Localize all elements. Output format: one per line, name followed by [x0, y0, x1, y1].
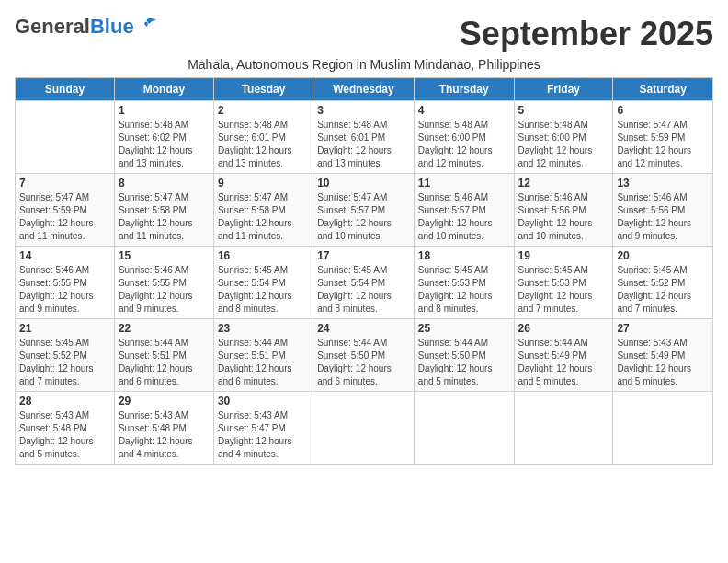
day-info: Sunrise: 5:45 AMSunset: 5:53 PMDaylight:… [518, 264, 609, 316]
day-info: Sunrise: 5:46 AMSunset: 5:56 PMDaylight:… [518, 191, 609, 243]
calendar-cell [16, 101, 115, 174]
day-info: Sunrise: 5:44 AMSunset: 5:51 PMDaylight:… [218, 337, 309, 388]
day-number: 26 [518, 322, 609, 335]
day-info: Sunrise: 5:47 AMSunset: 5:58 PMDaylight:… [119, 191, 210, 243]
calendar-cell: 29Sunrise: 5:43 AMSunset: 5:48 PMDayligh… [114, 392, 213, 465]
calendar-cell: 30Sunrise: 5:43 AMSunset: 5:47 PMDayligh… [213, 392, 313, 465]
day-info: Sunrise: 5:48 AMSunset: 6:01 PMDaylight:… [317, 119, 410, 170]
day-info: Sunrise: 5:48 AMSunset: 6:01 PMDaylight:… [218, 119, 309, 170]
day-number: 13 [617, 177, 709, 190]
day-info: Sunrise: 5:43 AMSunset: 5:49 PMDaylight:… [617, 337, 709, 388]
day-info: Sunrise: 5:48 AMSunset: 6:02 PMDaylight:… [119, 119, 210, 170]
calendar-body: 1Sunrise: 5:48 AMSunset: 6:02 PMDaylight… [16, 101, 713, 465]
calendar-cell: 5Sunrise: 5:48 AMSunset: 6:00 PMDaylight… [514, 101, 613, 174]
day-number: 22 [119, 322, 210, 335]
calendar-cell: 18Sunrise: 5:45 AMSunset: 5:53 PMDayligh… [414, 247, 514, 319]
calendar-cell: 6Sunrise: 5:47 AMSunset: 5:59 PMDaylight… [613, 101, 713, 174]
day-number: 1 [119, 104, 210, 117]
calendar-week-row: 21Sunrise: 5:45 AMSunset: 5:52 PMDayligh… [16, 319, 713, 392]
day-number: 7 [19, 177, 110, 190]
day-info: Sunrise: 5:45 AMSunset: 5:54 PMDaylight:… [317, 264, 410, 316]
day-number: 25 [418, 322, 510, 335]
day-info: Sunrise: 5:47 AMSunset: 5:57 PMDaylight:… [317, 191, 410, 243]
day-info: Sunrise: 5:45 AMSunset: 5:53 PMDaylight:… [418, 264, 510, 316]
day-number: 24 [317, 322, 410, 335]
day-info: Sunrise: 5:44 AMSunset: 5:50 PMDaylight:… [418, 337, 510, 388]
day-number: 30 [218, 395, 309, 408]
day-number: 14 [19, 249, 110, 262]
day-info: Sunrise: 5:47 AMSunset: 5:59 PMDaylight:… [617, 119, 709, 170]
day-of-week-header: Saturday [613, 78, 713, 101]
logo: GeneralBlue [15, 15, 156, 39]
day-info: Sunrise: 5:46 AMSunset: 5:55 PMDaylight:… [19, 264, 110, 316]
calendar-cell: 24Sunrise: 5:44 AMSunset: 5:50 PMDayligh… [313, 319, 415, 392]
day-number: 28 [19, 395, 110, 408]
day-number: 18 [418, 249, 510, 262]
day-info: Sunrise: 5:45 AMSunset: 5:54 PMDaylight:… [218, 264, 309, 316]
calendar-cell: 1Sunrise: 5:48 AMSunset: 6:02 PMDaylight… [114, 101, 213, 174]
day-number: 9 [218, 177, 309, 190]
day-info: Sunrise: 5:44 AMSunset: 5:51 PMDaylight:… [119, 337, 210, 388]
calendar-cell [613, 392, 713, 465]
day-info: Sunrise: 5:47 AMSunset: 5:58 PMDaylight:… [218, 191, 309, 243]
day-info: Sunrise: 5:45 AMSunset: 5:52 PMDaylight:… [617, 264, 709, 316]
calendar-cell: 2Sunrise: 5:48 AMSunset: 6:01 PMDaylight… [213, 101, 313, 174]
calendar-cell: 19Sunrise: 5:45 AMSunset: 5:53 PMDayligh… [514, 247, 613, 319]
day-number: 12 [518, 177, 609, 190]
calendar-cell: 20Sunrise: 5:45 AMSunset: 5:52 PMDayligh… [613, 247, 713, 319]
day-info: Sunrise: 5:48 AMSunset: 6:00 PMDaylight:… [518, 119, 609, 170]
calendar-cell: 22Sunrise: 5:44 AMSunset: 5:51 PMDayligh… [114, 319, 213, 392]
calendar-week-row: 7Sunrise: 5:47 AMSunset: 5:59 PMDaylight… [16, 174, 713, 247]
calendar-cell [514, 392, 613, 465]
day-info: Sunrise: 5:44 AMSunset: 5:49 PMDaylight:… [518, 337, 609, 388]
day-number: 19 [518, 249, 609, 262]
day-number: 10 [317, 177, 410, 190]
calendar-cell: 4Sunrise: 5:48 AMSunset: 6:00 PMDaylight… [414, 101, 514, 174]
day-info: Sunrise: 5:46 AMSunset: 5:55 PMDaylight:… [119, 264, 210, 316]
calendar-cell: 14Sunrise: 5:46 AMSunset: 5:55 PMDayligh… [16, 247, 115, 319]
calendar-table: SundayMondayTuesdayWednesdayThursdayFrid… [15, 77, 713, 465]
calendar-week-row: 28Sunrise: 5:43 AMSunset: 5:48 PMDayligh… [16, 392, 713, 465]
calendar-cell: 3Sunrise: 5:48 AMSunset: 6:01 PMDaylight… [313, 101, 415, 174]
day-number: 23 [218, 322, 309, 335]
day-number: 29 [119, 395, 210, 408]
calendar-cell: 9Sunrise: 5:47 AMSunset: 5:58 PMDaylight… [213, 174, 313, 247]
day-info: Sunrise: 5:43 AMSunset: 5:48 PMDaylight:… [119, 409, 210, 461]
calendar-cell: 8Sunrise: 5:47 AMSunset: 5:58 PMDaylight… [114, 174, 213, 247]
calendar-week-row: 1Sunrise: 5:48 AMSunset: 6:02 PMDaylight… [16, 101, 713, 174]
day-number: 27 [617, 322, 709, 335]
calendar-cell: 26Sunrise: 5:44 AMSunset: 5:49 PMDayligh… [514, 319, 613, 392]
day-of-week-header: Thursday [414, 78, 514, 101]
day-info: Sunrise: 5:46 AMSunset: 5:57 PMDaylight:… [418, 191, 510, 243]
day-info: Sunrise: 5:44 AMSunset: 5:50 PMDaylight:… [317, 337, 410, 388]
header: GeneralBlue September 2025 [15, 15, 713, 53]
day-of-week-header: Sunday [16, 78, 115, 101]
month-title: September 2025 [460, 15, 713, 53]
calendar-week-row: 14Sunrise: 5:46 AMSunset: 5:55 PMDayligh… [16, 247, 713, 319]
day-info: Sunrise: 5:43 AMSunset: 5:48 PMDaylight:… [19, 409, 110, 461]
logo-text: GeneralBlue [15, 15, 134, 39]
day-info: Sunrise: 5:47 AMSunset: 5:59 PMDaylight:… [19, 191, 110, 243]
bird-icon [136, 17, 156, 34]
calendar-cell: 15Sunrise: 5:46 AMSunset: 5:55 PMDayligh… [114, 247, 213, 319]
day-number: 17 [317, 249, 410, 262]
calendar-cell: 25Sunrise: 5:44 AMSunset: 5:50 PMDayligh… [414, 319, 514, 392]
day-of-week-header: Tuesday [213, 78, 313, 101]
calendar-cell: 7Sunrise: 5:47 AMSunset: 5:59 PMDaylight… [16, 174, 115, 247]
day-info: Sunrise: 5:48 AMSunset: 6:00 PMDaylight:… [418, 119, 510, 170]
calendar-cell: 27Sunrise: 5:43 AMSunset: 5:49 PMDayligh… [613, 319, 713, 392]
calendar-cell: 28Sunrise: 5:43 AMSunset: 5:48 PMDayligh… [16, 392, 115, 465]
calendar-cell: 12Sunrise: 5:46 AMSunset: 5:56 PMDayligh… [514, 174, 613, 247]
day-number: 8 [119, 177, 210, 190]
calendar-cell: 23Sunrise: 5:44 AMSunset: 5:51 PMDayligh… [213, 319, 313, 392]
day-number: 4 [418, 104, 510, 117]
calendar-cell: 21Sunrise: 5:45 AMSunset: 5:52 PMDayligh… [16, 319, 115, 392]
calendar-cell [414, 392, 514, 465]
day-number: 5 [518, 104, 609, 117]
day-number: 21 [19, 322, 110, 335]
subtitle: Mahala, Autonomous Region in Muslim Mind… [15, 57, 713, 72]
day-number: 20 [617, 249, 709, 262]
calendar-cell: 17Sunrise: 5:45 AMSunset: 5:54 PMDayligh… [313, 247, 415, 319]
day-number: 6 [617, 104, 709, 117]
calendar-cell [313, 392, 415, 465]
